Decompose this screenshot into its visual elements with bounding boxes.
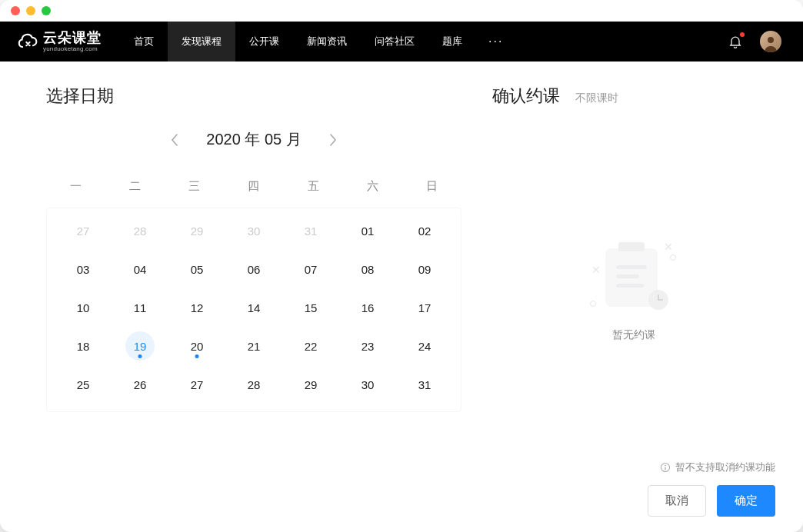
app-window: 云朵课堂 yunduoketang.com 首页发现课程公开课新闻资讯问答社区题… bbox=[0, 0, 803, 532]
nav-item-0[interactable]: 首页 bbox=[120, 22, 168, 62]
calendar-day[interactable]: 01 bbox=[339, 211, 396, 250]
cloud-logo-icon bbox=[17, 33, 38, 50]
weekday-header: 二 bbox=[105, 168, 165, 208]
nav-more-icon[interactable]: ··· bbox=[476, 35, 515, 48]
confirm-button[interactable]: 确定 bbox=[717, 485, 775, 517]
calendar-day[interactable]: 08 bbox=[339, 250, 396, 288]
weekday-header: 日 bbox=[402, 168, 461, 208]
calendar-day: 30 bbox=[225, 211, 282, 250]
empty-state: ✕✕ 暂无约课 bbox=[492, 121, 775, 461]
calendar-day[interactable]: 05 bbox=[168, 250, 225, 288]
weekday-header: 四 bbox=[224, 168, 283, 208]
date-picker-panel: 选择日期 2020 年 05 月 一二三四五六日 272829303101020… bbox=[46, 85, 461, 517]
calendar-day[interactable]: 07 bbox=[282, 250, 339, 288]
calendar-day[interactable]: 30 bbox=[339, 365, 396, 404]
nav-item-4[interactable]: 问答社区 bbox=[361, 22, 428, 62]
calendar-day[interactable]: 23 bbox=[339, 327, 396, 365]
calendar-day[interactable]: 31 bbox=[396, 365, 453, 404]
nav-item-2[interactable]: 公开课 bbox=[235, 22, 293, 62]
calendar-day[interactable]: 09 bbox=[396, 250, 453, 288]
calendar-day[interactable]: 21 bbox=[225, 327, 282, 365]
calendar-day[interactable]: 15 bbox=[282, 288, 339, 327]
calendar-day: 29 bbox=[168, 211, 225, 250]
cancel-button[interactable]: 取消 bbox=[648, 485, 706, 517]
calendar-day[interactable]: 28 bbox=[225, 365, 282, 404]
calendar-day[interactable]: 03 bbox=[55, 250, 112, 288]
avatar[interactable] bbox=[760, 31, 781, 52]
calendar-day[interactable]: 22 bbox=[282, 327, 339, 365]
confirm-title-text: 确认约课 bbox=[492, 86, 560, 105]
content: 选择日期 2020 年 05 月 一二三四五六日 272829303101020… bbox=[0, 62, 803, 532]
calendar-day[interactable]: 26 bbox=[112, 365, 168, 404]
weekday-header: 六 bbox=[343, 168, 402, 208]
next-month-icon[interactable] bbox=[329, 134, 337, 146]
svg-point-0 bbox=[768, 37, 774, 43]
traffic-max-icon[interactable] bbox=[42, 6, 51, 15]
logo[interactable]: 云朵课堂 yunduoketang.com bbox=[17, 31, 102, 52]
calendar-body: 2728293031010203040506070809101112141516… bbox=[55, 211, 453, 404]
nav-item-5[interactable]: 题库 bbox=[428, 22, 476, 62]
confirm-panel: 确认约课 不限课时 ✕✕ 暂无约课 暂不支持取消约课功能 取消 确定 bbox=[461, 85, 775, 517]
event-dot-icon bbox=[138, 354, 142, 358]
nav-item-1[interactable]: 发现课程 bbox=[168, 22, 235, 62]
confirm-subtitle: 不限课时 bbox=[575, 91, 618, 104]
prev-month-icon[interactable] bbox=[171, 134, 178, 146]
logo-subtext: yunduoketang.com bbox=[43, 45, 102, 52]
calendar-day: 27 bbox=[55, 211, 112, 250]
calendar-day[interactable]: 14 bbox=[225, 288, 282, 327]
info-icon bbox=[660, 462, 671, 473]
weekday-header: 五 bbox=[284, 168, 343, 208]
titlebar bbox=[0, 0, 803, 22]
confirm-title: 确认约课 不限课时 bbox=[492, 85, 775, 108]
calendar-day[interactable]: 29 bbox=[282, 365, 339, 404]
calendar-day[interactable]: 16 bbox=[339, 288, 396, 327]
calendar-day[interactable]: 11 bbox=[112, 288, 168, 327]
calendar-day[interactable]: 18 bbox=[55, 327, 112, 365]
nav-item-3[interactable]: 新闻资讯 bbox=[293, 22, 361, 62]
calendar-day[interactable]: 02 bbox=[396, 211, 453, 250]
calendar-day[interactable]: 04 bbox=[112, 250, 168, 288]
calendar: 一二三四五六日 bbox=[46, 168, 461, 208]
calendar-day[interactable]: 27 bbox=[168, 365, 225, 404]
logo-text: 云朵课堂 bbox=[43, 31, 102, 45]
calendar-day[interactable]: 19 bbox=[112, 327, 168, 365]
calendar-day[interactable]: 12 bbox=[168, 288, 225, 327]
calendar-day[interactable]: 25 bbox=[55, 365, 112, 404]
weekday-header: 三 bbox=[165, 168, 224, 208]
calendar-day[interactable]: 24 bbox=[396, 327, 453, 365]
calendar-day: 31 bbox=[282, 211, 339, 250]
month-label: 2020 年 05 月 bbox=[206, 129, 301, 150]
calendar-day[interactable]: 10 bbox=[55, 288, 112, 327]
select-date-title: 选择日期 bbox=[46, 85, 461, 108]
top-nav: 云朵课堂 yunduoketang.com 首页发现课程公开课新闻资讯问答社区题… bbox=[0, 22, 803, 62]
traffic-min-icon[interactable] bbox=[26, 6, 35, 15]
event-dot-icon bbox=[195, 354, 199, 358]
calendar-day[interactable]: 20 bbox=[168, 327, 225, 365]
calendar-day: 28 bbox=[112, 211, 168, 250]
notification-dot-icon bbox=[740, 32, 745, 37]
notification-bell-icon[interactable] bbox=[728, 34, 743, 49]
weekday-header: 一 bbox=[46, 168, 105, 208]
month-header: 2020 年 05 月 bbox=[46, 129, 461, 150]
calendar-day[interactable]: 06 bbox=[225, 250, 282, 288]
footer-note-text: 暂不支持取消约课功能 bbox=[675, 461, 775, 474]
footer-note: 暂不支持取消约课功能 bbox=[492, 461, 775, 474]
svg-point-2 bbox=[665, 465, 666, 467]
calendar-day[interactable]: 17 bbox=[396, 288, 453, 327]
svg-rect-3 bbox=[665, 467, 665, 470]
empty-text: 暂无约课 bbox=[612, 328, 655, 342]
button-row: 取消 确定 bbox=[492, 485, 775, 517]
traffic-close-icon[interactable] bbox=[11, 6, 20, 15]
clipboard-empty-icon: ✕✕ bbox=[591, 241, 676, 314]
